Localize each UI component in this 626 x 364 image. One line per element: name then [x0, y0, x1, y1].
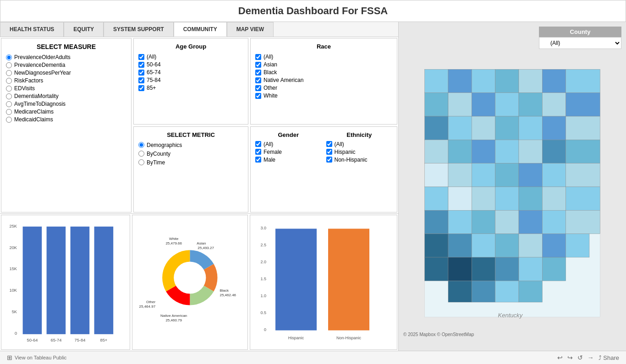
svg-text:50-64: 50-64: [27, 338, 38, 342]
svg-rect-71: [566, 163, 600, 187]
measure-item[interactable]: RiskFactors: [6, 77, 126, 84]
measure-item[interactable]: AvgTimeToDiagnosis: [6, 101, 126, 107]
svg-text:85+: 85+: [100, 338, 107, 342]
svg-rect-39: [472, 69, 495, 92]
county-select[interactable]: (All): [539, 37, 621, 49]
age-65-74[interactable]: 65-74: [138, 69, 243, 76]
race-black[interactable]: Black: [255, 69, 392, 76]
svg-rect-44: [425, 93, 448, 116]
svg-rect-55: [519, 116, 542, 140]
ethnicity-non-hispanic[interactable]: Non-Hispanic: [326, 157, 393, 163]
svg-text:25,462.46: 25,462.46: [220, 293, 236, 297]
svg-text:25,479.66: 25,479.66: [166, 241, 182, 245]
svg-rect-7: [47, 227, 66, 334]
measure-item[interactable]: MedicareClaims: [6, 109, 126, 115]
svg-rect-100: [472, 281, 495, 302]
svg-rect-95: [472, 257, 495, 281]
footer-controls: ↩ ↪ ↺ → ⤴ Share: [557, 354, 619, 361]
svg-rect-8: [71, 227, 90, 334]
bar-chart-panel: 25K 20K 15K 10K 5K 0 50-64 65-74: [1, 215, 130, 350]
county-filter-title: County: [539, 27, 621, 37]
svg-rect-42: [542, 69, 566, 92]
svg-rect-94: [448, 257, 472, 281]
metric-bycounty[interactable]: ByCounty: [138, 151, 243, 157]
tableau-link[interactable]: View on Tableau Public: [15, 355, 66, 360]
gender-col: Gender (All) Female Male: [255, 131, 322, 208]
forward-button[interactable]: →: [588, 354, 594, 361]
gender-female[interactable]: Female: [255, 149, 322, 155]
svg-rect-82: [495, 210, 519, 234]
metric-demographics[interactable]: Demographics: [138, 142, 243, 148]
svg-text:2.0: 2.0: [260, 260, 266, 264]
svg-text:2.5: 2.5: [260, 243, 266, 247]
svg-rect-48: [519, 93, 542, 116]
svg-text:25K: 25K: [9, 224, 17, 228]
race-native-american[interactable]: Native American: [255, 77, 392, 83]
svg-text:1.0: 1.0: [260, 294, 266, 299]
svg-rect-80: [448, 210, 472, 234]
measure-item[interactable]: DementiaMortality: [6, 93, 126, 99]
race-white[interactable]: White: [255, 92, 392, 99]
svg-rect-88: [472, 234, 495, 257]
race-other[interactable]: Other: [255, 85, 392, 91]
svg-text:75-84: 75-84: [74, 338, 85, 342]
measure-item[interactable]: PrevalenceOlderAdults: [6, 54, 126, 60]
svg-rect-57: [566, 116, 600, 140]
svg-text:0.5: 0.5: [260, 311, 266, 315]
metric-bytime[interactable]: ByTime: [138, 159, 243, 166]
svg-rect-65: [425, 163, 448, 187]
ethnicity-hispanic[interactable]: Hispanic: [326, 149, 393, 155]
svg-rect-41: [519, 69, 542, 92]
svg-rect-51: [425, 116, 448, 140]
measure-item[interactable]: NewDiagnosesPerYear: [6, 70, 126, 76]
race-asian[interactable]: Asian: [255, 61, 392, 68]
age-85plus[interactable]: 85+: [138, 85, 243, 91]
svg-rect-74: [472, 187, 495, 210]
tab-map-view[interactable]: MAP VIEW: [227, 22, 274, 37]
svg-rect-68: [495, 163, 519, 187]
measure-item[interactable]: MedicaidClaims: [6, 116, 126, 123]
svg-rect-78: [566, 187, 600, 210]
measure-item[interactable]: PrevalenceDementia: [6, 62, 126, 68]
svg-rect-102: [519, 281, 542, 302]
tab-community[interactable]: COMMUNITY: [174, 22, 227, 37]
measure-panel: SELECT MEASURE PrevalenceOlderAdults Pre…: [1, 38, 132, 212]
svg-text:5K: 5K: [12, 310, 17, 314]
gender-male[interactable]: Male: [255, 157, 322, 163]
svg-rect-91: [542, 234, 566, 257]
ethnicity-chart-svg: 3.0 2.5 2.0 1.5 1.0 0.5 0 Hispanic Non-: [253, 217, 395, 347]
middle-panel: Age Group (All) 50-64 65-74 75-84 85+ SE…: [132, 37, 249, 213]
svg-rect-85: [566, 210, 600, 234]
revert-button[interactable]: ↺: [577, 354, 583, 361]
svg-text:25,493.27: 25,493.27: [198, 246, 214, 250]
age-50-64[interactable]: 50-64: [138, 61, 243, 68]
indiana-map: Kentucky: [416, 58, 609, 328]
undo-button[interactable]: ↩: [557, 354, 563, 361]
svg-text:Other: Other: [146, 300, 155, 304]
race-all[interactable]: (All): [255, 54, 392, 60]
svg-text:White: White: [169, 237, 179, 241]
age-75-84[interactable]: 75-84: [138, 77, 243, 83]
measure-item[interactable]: EDVisits: [6, 85, 126, 92]
svg-rect-70: [542, 163, 566, 187]
gender-all[interactable]: (All): [255, 141, 322, 147]
svg-rect-73: [448, 187, 472, 210]
svg-rect-49: [542, 93, 566, 116]
chart-area: 25K 20K 15K 10K 5K 0 50-64 65-74: [0, 213, 398, 351]
tab-equity[interactable]: EQUITY: [64, 22, 104, 37]
svg-text:0: 0: [264, 328, 266, 332]
tab-health-status[interactable]: HEALTH STATUS: [0, 22, 64, 37]
svg-rect-62: [519, 140, 542, 163]
metric-box: SELECT METRIC Demographics ByCounty ByTi…: [133, 126, 248, 213]
ethnicity-all[interactable]: (All): [326, 141, 393, 147]
svg-rect-45: [448, 93, 472, 116]
redo-button[interactable]: ↪: [567, 354, 573, 361]
age-all[interactable]: (All): [138, 54, 243, 60]
share-button[interactable]: ⤴ Share: [599, 354, 619, 361]
svg-text:10K: 10K: [9, 288, 17, 293]
svg-text:Asian: Asian: [197, 241, 206, 245]
svg-rect-38: [448, 69, 472, 92]
svg-rect-37: [425, 69, 448, 92]
tab-system-support[interactable]: SYSTEM SUPPORT: [104, 22, 174, 37]
svg-rect-67: [472, 163, 495, 187]
